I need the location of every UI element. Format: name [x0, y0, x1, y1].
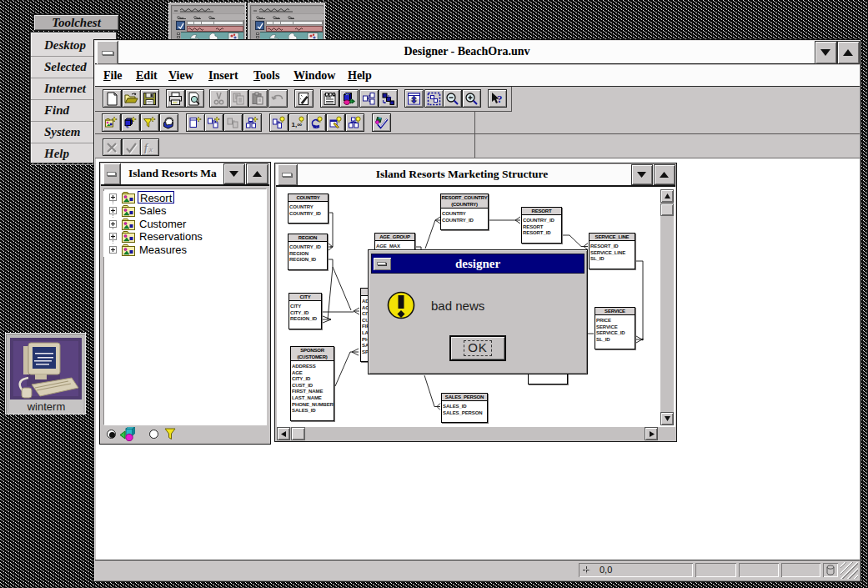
- svg-text:x: x: [148, 145, 153, 153]
- svg-text:1,∞: 1,∞: [291, 121, 302, 128]
- svg-text:?: ?: [497, 93, 503, 105]
